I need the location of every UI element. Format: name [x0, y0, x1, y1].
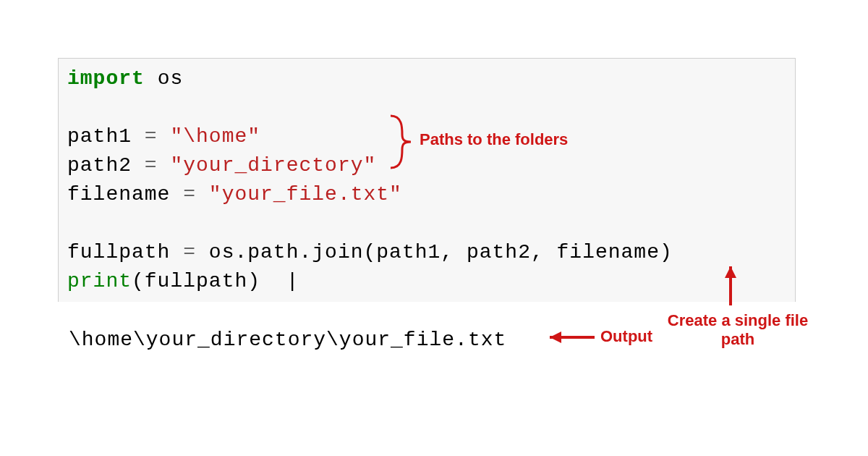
operator-eq: =: [145, 125, 158, 148]
output-text: \home\your_directory\your_file.txt: [69, 326, 506, 355]
module-os: os: [158, 67, 184, 90]
operator-eq: =: [145, 154, 158, 177]
annotation-create-path-line1: Create a single file: [668, 311, 808, 329]
var-path2: path2: [67, 154, 132, 177]
ospath-join-call: os.path.join(path1, path2, filename): [209, 241, 673, 263]
var-path1: path1: [67, 125, 132, 148]
string-path1: "\home": [170, 125, 260, 148]
arrow-output-head-icon: [550, 332, 561, 343]
string-filename: "your_file.txt": [209, 183, 402, 206]
var-fullpath: fullpath: [67, 241, 170, 263]
string-path2: "your_directory": [170, 154, 376, 177]
keyword-import: import: [67, 67, 145, 90]
operator-eq: =: [183, 241, 196, 263]
operator-eq: =: [183, 183, 196, 206]
annotation-create-path: Create a single file path: [665, 311, 810, 349]
var-filename: filename: [67, 183, 170, 206]
code-cell: import os path1 = "\home" path2 = "your_…: [58, 58, 796, 302]
annotation-paths: Paths to the folders: [420, 130, 568, 149]
text-cursor: |: [286, 267, 299, 296]
figure-stage: import os path1 = "\home" path2 = "your_…: [0, 0, 868, 456]
code-content: import os path1 = "\home" path2 = "your_…: [67, 64, 786, 296]
annotation-create-path-line2: path: [721, 330, 754, 348]
print-args: (fullpath): [132, 270, 260, 292]
annotation-output: Output: [600, 327, 652, 346]
builtin-print: print: [67, 270, 132, 292]
